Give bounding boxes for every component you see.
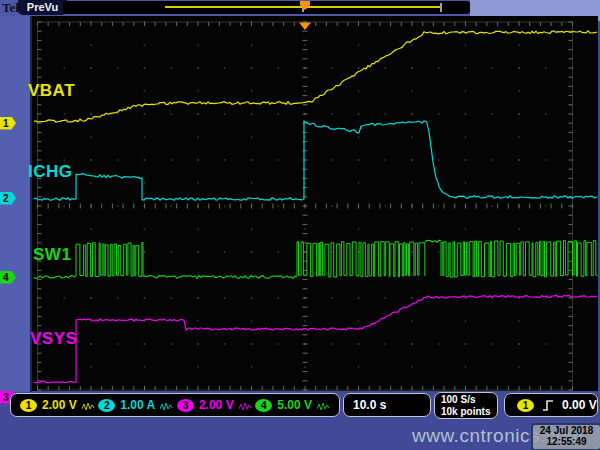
record-position-bar: [63, 1, 470, 14]
channel2-readout: 2 1.00 A: [98, 398, 173, 412]
channel1-badge: 1: [20, 399, 37, 412]
waveform-plot: [32, 16, 598, 391]
channel1-scale: 2.00 V: [42, 398, 77, 412]
noise-waveform-icon: [239, 401, 252, 412]
channel2-scale: 1.00 A: [120, 398, 155, 412]
datetime-box: 24 Jul 2018 12:55:49: [531, 423, 600, 450]
trigger-source-badge: 1: [517, 399, 534, 412]
sample-rate: 100 S/s: [441, 394, 490, 406]
timebase-value: 10.0 s: [353, 398, 386, 412]
time-value: 12:55:49: [533, 437, 600, 448]
channel1-label: VBAT: [28, 81, 75, 101]
oscilloscope-display: Tek PreVu VBAT ICHG SW1 VSYS 1 2 4 3 1 2…: [0, 0, 600, 450]
bottom-status-bar: 1 2.00 V 2 1.00 A 3 2.00 V 4 5.00 V 10.0…: [0, 391, 600, 420]
channel4-label: SW1: [33, 245, 71, 265]
horizontal-scale-readout: 10.0 s: [343, 393, 431, 417]
acquisition-readout: 100 S/s 10k points: [434, 392, 498, 419]
acquisition-status-tab: PreVu: [18, 0, 67, 15]
date-value: 24 Jul 2018: [533, 426, 600, 437]
top-status-bar: Tek PreVu: [0, 0, 600, 16]
record-length: 10k points: [441, 406, 490, 418]
channel3-badge: 3: [177, 399, 194, 412]
channel2-badge: 2: [98, 399, 115, 412]
channel4-scale: 5.00 V: [277, 398, 312, 412]
channel1-readout: 1 2.00 V: [20, 398, 95, 412]
channel3-label: VSYS: [30, 329, 77, 349]
noise-waveform-icon: [82, 401, 95, 412]
channel4-badge: 4: [255, 399, 272, 412]
channel-scale-readouts: 1 2.00 V 2 1.00 A 3 2.00 V 4 5.00 V: [10, 393, 340, 417]
rising-edge-slope-icon: [542, 399, 554, 412]
record-window-tick: [440, 3, 442, 12]
channel3-readout: 3 2.00 V: [177, 398, 252, 412]
channel3-scale: 2.00 V: [199, 398, 234, 412]
trigger-readout: 1 0.00 V: [504, 393, 598, 417]
channel2-label: ICHG: [28, 162, 73, 182]
noise-waveform-icon: [160, 401, 173, 412]
trigger-level: 0.00 V: [562, 398, 597, 412]
waveform-screen: [32, 16, 598, 391]
channel4-readout: 4 5.00 V: [255, 398, 330, 412]
noise-waveform-icon: [317, 401, 330, 412]
